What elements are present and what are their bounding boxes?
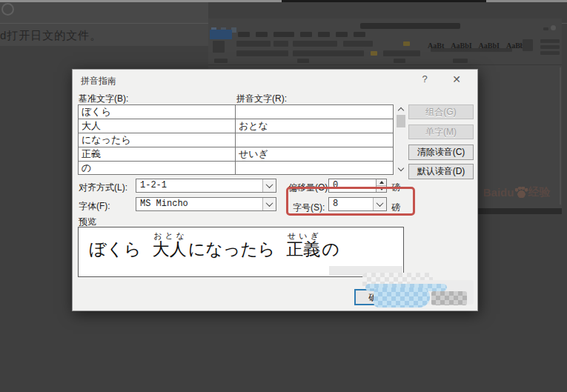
page-top-strip-mid — [282, 0, 486, 2]
page-left-panel — [0, 2, 208, 23]
ruby-text-cell-3[interactable] — [236, 133, 393, 147]
base-text-label: 基准文字(B): — [79, 93, 128, 105]
paragraph-controls — [383, 50, 420, 56]
preview-segment: の — [322, 239, 339, 259]
default-reading-button[interactable]: 默认读音(D) — [408, 164, 474, 179]
chevron-down-icon[interactable] — [262, 198, 276, 210]
font-name-box — [236, 41, 271, 47]
grid-scrollbar[interactable] — [396, 104, 406, 173]
preview-text: ぼくら大人おとなになったら正義せいぎの — [89, 232, 339, 261]
ruby-text-cell-1[interactable] — [236, 105, 393, 119]
ribbon-controls — [293, 41, 337, 47]
ruby-text-cell-4[interactable]: せいぎ — [236, 147, 393, 161]
clear-reading-button[interactable]: 清除读音(C) — [408, 144, 474, 160]
base-text-cell-4[interactable]: 正義 — [79, 147, 236, 161]
censor-mosaic-blue — [374, 288, 430, 308]
group-label — [453, 59, 468, 63]
preview-ruby: おとな — [153, 231, 187, 241]
font-color-icon — [371, 51, 377, 56]
document-scrollbar — [560, 67, 561, 205]
grid-row: 大人 おとな — [79, 119, 393, 133]
base-text-cell-2[interactable]: 大人 — [79, 119, 236, 133]
combine-button: 组合(G) — [408, 104, 474, 119]
spin-up-icon[interactable] — [377, 179, 386, 186]
dialog-title: 拼音指南 — [81, 75, 116, 87]
tab-file — [210, 30, 232, 39]
font-size-box — [273, 41, 288, 47]
tab-review — [336, 32, 348, 37]
ruby-pairs-grid: ぼくら 大人 おとな になったら 正義 せいぎ の — [78, 104, 394, 175]
word-title-text — [360, 23, 460, 29]
grid-row: になったら — [79, 133, 393, 147]
grid-row: 正義 せいぎ — [79, 147, 393, 162]
tab-references — [300, 32, 312, 37]
grid-row: ぼくら — [79, 105, 393, 119]
minimize-icon — [543, 27, 548, 30]
replace-command — [540, 45, 560, 49]
single-char-button: 单字(M) — [408, 124, 474, 139]
baidu-watermark: Baidu 经验 — [483, 185, 551, 199]
highlight-color-icon — [403, 41, 410, 46]
ribbon-controls — [343, 41, 373, 47]
tab-page-layout — [273, 32, 294, 37]
screenshot-stage: d打开日文的文件。 AaBtAaBbIAaBbIAaBbI — [0, 0, 567, 392]
base-text-cell-1[interactable]: ぼくら — [79, 105, 236, 119]
change-styles-icon — [523, 39, 533, 51]
style-labels — [431, 48, 512, 52]
alignment-label: 对齐方式(L): — [79, 182, 127, 194]
preview-base: 正義 — [286, 239, 320, 259]
preview-segment: になったら — [188, 239, 276, 259]
font-combobox[interactable]: MS Mincho — [136, 197, 276, 211]
ribbon-controls — [293, 50, 364, 56]
tab-mailings — [318, 32, 330, 37]
tutorial-snippet-text: d打开日文的文件。 — [0, 29, 102, 43]
font-label: 字体(F): — [79, 200, 110, 213]
font-value: MS Mincho — [140, 199, 188, 209]
base-text-cell-3[interactable]: になったら — [79, 133, 236, 147]
chevron-down-icon[interactable] — [262, 179, 276, 192]
preview-box: ぼくら大人おとなになったら正義せいぎの — [78, 227, 404, 277]
preview-base: 大人 — [153, 239, 187, 259]
select-command — [540, 51, 560, 55]
scroll-down-icon[interactable] — [396, 165, 406, 173]
find-command — [540, 39, 560, 43]
ruby-text-label: 拼音文字(R): — [236, 93, 287, 105]
close-icon[interactable]: ✕ — [449, 73, 464, 86]
preview-ruby-group: 大人おとな — [153, 239, 187, 259]
group-label — [297, 59, 309, 63]
tab-insert — [256, 32, 268, 37]
tab-view — [354, 32, 365, 37]
ribbon-controls — [236, 50, 288, 56]
watermark-prefix: Baidu — [483, 186, 514, 199]
alignment-combobox[interactable]: 1-2-1 — [136, 179, 276, 193]
scrollbar-thumb[interactable] — [397, 115, 405, 127]
red-highlight-box — [286, 187, 415, 216]
censor-mosaic-gray — [431, 291, 467, 305]
preview-ruby: せいぎ — [286, 231, 320, 241]
group-label — [394, 59, 405, 63]
clipboard-group-icon — [213, 41, 225, 53]
preview-segment: ぼくら — [89, 239, 142, 259]
paw-icon — [515, 187, 528, 198]
phonetic-guide-dialog: 拼音指南 ? ✕ 基准文字(B): 拼音文字(R): ぼくら 大人 おとな にな… — [72, 69, 478, 311]
watermark-suffix: 经验 — [528, 185, 551, 199]
alignment-value: 1-2-1 — [140, 180, 167, 190]
ruby-text-cell-5[interactable] — [236, 162, 393, 175]
ribbon-bottom-border — [208, 64, 562, 65]
scroll-up-icon[interactable] — [396, 104, 406, 113]
loader-circle-icon — [1, 3, 14, 16]
group-label — [214, 59, 228, 63]
help-ribbon-icon — [551, 25, 556, 30]
page-top-strip-right — [486, 0, 567, 2]
tab-home — [238, 32, 250, 37]
preview-ruby-group: 正義せいぎ — [286, 239, 320, 259]
base-text-cell-5[interactable]: の — [79, 162, 236, 175]
ruby-text-cell-2[interactable]: おとな — [236, 119, 393, 133]
grid-row: の — [79, 162, 393, 175]
help-icon[interactable]: ? — [417, 73, 432, 86]
